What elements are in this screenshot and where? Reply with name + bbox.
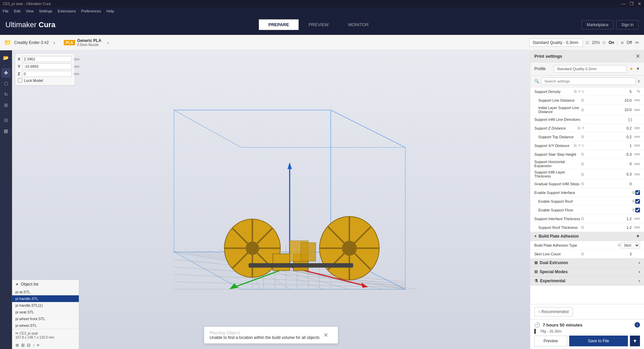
- signin-button[interactable]: Sign in: [616, 20, 639, 30]
- section-dual-extrusion[interactable]: ⊞ Dual Extrusion ‹: [530, 258, 644, 267]
- setting-value[interactable]: [584, 117, 633, 122]
- reset-icon[interactable]: ↺: [578, 144, 581, 147]
- viewport[interactable]: X mm Y mm Z mm Lock Model: [12, 50, 530, 349]
- menu-file[interactable]: File: [3, 9, 9, 13]
- enable-support-roof-checkbox[interactable]: [635, 199, 640, 204]
- setting-value[interactable]: [584, 172, 633, 177]
- profile-chevron[interactable]: ▼: [636, 66, 640, 71]
- action-copy[interactable]: ⊞: [21, 343, 25, 348]
- tool-rotate[interactable]: ↻: [1, 90, 11, 99]
- collapse-icon[interactable]: ▼: [15, 283, 19, 286]
- setting-value[interactable]: [584, 98, 633, 103]
- setting-value[interactable]: [584, 216, 633, 221]
- recommended-button[interactable]: ‹ Recommended: [534, 307, 573, 316]
- chain-icon[interactable]: ⛓: [574, 144, 577, 147]
- tab-prepare[interactable]: PREPARE: [259, 19, 299, 30]
- section-special-modes[interactable]: ⊟ Special Modes ‹: [530, 267, 644, 277]
- chain-icon[interactable]: ⛓: [632, 199, 635, 203]
- enable-support-floor-checkbox[interactable]: [635, 208, 640, 212]
- settings-menu-icon[interactable]: ≡: [638, 79, 640, 84]
- list-item[interactable]: pi wheel.STL: [12, 322, 79, 329]
- menu-edit[interactable]: Edit: [14, 9, 20, 13]
- info-circle[interactable]: i: [635, 322, 640, 328]
- enable-support-interface-checkbox[interactable]: [635, 190, 640, 195]
- menu-view[interactable]: View: [26, 9, 34, 13]
- folder-icon[interactable]: 📁: [4, 39, 11, 46]
- chain-icon[interactable]: ⛓: [581, 172, 584, 176]
- setting-value[interactable]: [584, 161, 633, 166]
- chain-icon[interactable]: ⛓: [581, 108, 584, 112]
- setting-value[interactable]: [584, 225, 633, 230]
- tool-move[interactable]: ✥: [1, 68, 11, 78]
- off-label[interactable]: Off: [627, 40, 632, 45]
- tool-per-model[interactable]: ⊟: [1, 115, 11, 125]
- chain-icon[interactable]: ⛓: [581, 182, 584, 186]
- profile-select[interactable]: Standard Quality 0.2mm: [554, 65, 627, 72]
- setting-value[interactable]: [584, 152, 633, 157]
- chain-icon[interactable]: ⛓: [581, 252, 584, 256]
- action-duplicate[interactable]: ⊕: [15, 343, 19, 348]
- info-icon[interactable]: ⊙: [582, 144, 584, 147]
- chain-icon[interactable]: ⛓: [577, 126, 581, 130]
- tool-open[interactable]: 📂: [1, 53, 11, 62]
- quality-select[interactable]: Standard Quality - 0.3mm: [529, 39, 583, 47]
- adhesion-type-dropdown[interactable]: Skirt Brim Raft None: [621, 242, 640, 248]
- menu-preferences[interactable]: Preferences: [81, 9, 101, 13]
- menu-help[interactable]: Help: [106, 9, 114, 13]
- chain-icon[interactable]: ⛓: [581, 98, 584, 102]
- material-prev[interactable]: ‹: [105, 39, 111, 46]
- chain-icon[interactable]: ⛓: [632, 191, 635, 194]
- setting-value[interactable]: [584, 143, 633, 148]
- list-item[interactable]: pi seat.STL: [12, 309, 79, 315]
- section-build-plate-adhesion[interactable]: + Build Plate Adhesion ▼: [530, 232, 644, 241]
- setting-value[interactable]: [584, 252, 633, 256]
- tool-scale[interactable]: ⬡: [1, 79, 11, 88]
- chain-icon[interactable]: ⛓: [618, 243, 621, 247]
- edit-icon[interactable]: ✏: [635, 39, 640, 46]
- save-dropdown-button[interactable]: ▼: [630, 336, 640, 346]
- window-controls[interactable]: — ❐ ✕: [621, 1, 641, 6]
- section-experimental[interactable]: ⚗ Experimental ‹: [530, 277, 644, 286]
- chain-icon[interactable]: ⛓: [581, 217, 584, 220]
- action-more[interactable]: ≡: [37, 343, 40, 348]
- action-move[interactable]: ↑: [33, 343, 35, 348]
- expand-icon[interactable]: ‹: [639, 279, 640, 283]
- setting-value[interactable]: [584, 89, 633, 94]
- expand-icon[interactable]: ‹: [639, 260, 640, 265]
- marketplace-button[interactable]: Marketplace: [582, 20, 613, 30]
- menu-extensions[interactable]: Extensions: [58, 9, 76, 13]
- search-input[interactable]: [541, 78, 636, 85]
- save-to-file-button[interactable]: Save to File: [569, 336, 628, 346]
- print-settings-close[interactable]: ✕: [636, 53, 640, 59]
- info-icon[interactable]: ⊙: [582, 90, 584, 93]
- list-item[interactable]: pi wheel front.STL: [12, 315, 79, 322]
- minimize-btn[interactable]: —: [621, 1, 626, 6]
- tool-mirror[interactable]: ⊞: [1, 100, 11, 110]
- chain-icon[interactable]: ⛓: [632, 208, 635, 212]
- expand-icon[interactable]: ‹: [639, 269, 640, 274]
- list-item[interactable]: pi handle.STL: [12, 295, 79, 302]
- preview-button[interactable]: Preview: [534, 336, 567, 346]
- list-item[interactable]: pi at.STL: [12, 289, 79, 295]
- machine-prev[interactable]: ‹: [51, 39, 57, 46]
- action-delete[interactable]: ⊟: [27, 343, 31, 348]
- close-btn[interactable]: ✕: [638, 1, 641, 6]
- chain-icon[interactable]: ⛓: [581, 152, 584, 156]
- notification-close[interactable]: ✕: [324, 332, 328, 338]
- menu-settings[interactable]: Settings: [39, 9, 52, 13]
- reset-icon[interactable]: ↺: [578, 90, 581, 93]
- expand-icon[interactable]: ▼: [636, 234, 640, 239]
- on-label[interactable]: On: [608, 40, 614, 45]
- list-item[interactable]: pi handle.STL(1): [12, 302, 79, 309]
- maximize-btn[interactable]: ❐: [630, 1, 634, 6]
- tool-support[interactable]: ▦: [1, 126, 11, 136]
- setting-value[interactable]: [584, 107, 633, 112]
- chain-icon[interactable]: ⛓: [581, 162, 584, 166]
- object-list-header[interactable]: ▼ Object list: [12, 280, 79, 289]
- setting-value[interactable]: [584, 135, 633, 139]
- tab-monitor[interactable]: MONITOR: [338, 19, 378, 30]
- tab-preview[interactable]: PREVIEW: [299, 19, 338, 30]
- chain-icon[interactable]: ⛓: [581, 226, 584, 229]
- chain-icon[interactable]: ⛓: [581, 135, 584, 139]
- reset-icon[interactable]: ↺: [582, 126, 584, 130]
